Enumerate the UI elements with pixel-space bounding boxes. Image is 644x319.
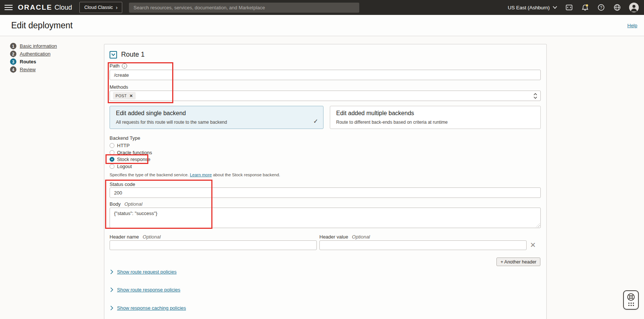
cloud-classic-button[interactable]: Cloud Classic › <box>79 2 122 13</box>
body-textarea[interactable]: {"status": "success"} <box>110 208 541 228</box>
region-label: US East (Ashburn) <box>508 5 550 10</box>
backend-type-label: Backend Type <box>110 135 140 141</box>
user-avatar[interactable] <box>629 3 639 12</box>
menu-icon[interactable] <box>4 5 13 10</box>
topbar-actions: US East (Ashburn) ? <box>508 3 644 12</box>
optional-tag: Optional <box>143 234 161 240</box>
step-number: 1 <box>10 43 16 49</box>
cloud-shell-icon[interactable] <box>565 3 573 12</box>
language-globe-icon[interactable] <box>613 3 621 12</box>
checkmark-icon: ✓ <box>313 118 318 125</box>
drag-dots-icon <box>628 303 634 306</box>
radio-selected-icon[interactable] <box>110 157 114 162</box>
step-label: Routes <box>20 59 36 64</box>
route-request-policies-toggle[interactable]: Show route request policies <box>110 269 177 275</box>
card-subtitle: Route to different back-ends based on cr… <box>336 120 534 125</box>
response-caching-policies-toggle[interactable]: Show response caching policies <box>110 305 186 311</box>
radio-http[interactable]: HTTP <box>110 142 130 148</box>
learn-more-link[interactable]: Learn more <box>190 173 212 177</box>
step-number: 2 <box>10 51 16 57</box>
region-selector[interactable]: US East (Ashburn) <box>508 5 557 10</box>
step-authentication[interactable]: 2 Authentication <box>10 51 50 57</box>
brand-cloud: Cloud <box>54 4 72 12</box>
notifications-bell-icon[interactable] <box>581 3 589 12</box>
backend-type-help-text: Specifies the type of the backend servic… <box>110 173 280 177</box>
cloud-classic-label: Cloud Classic <box>84 5 113 10</box>
step-review[interactable]: 4 Review <box>10 66 36 73</box>
step-label[interactable]: Basic information <box>20 43 57 49</box>
route-header: Route 1 <box>110 51 145 59</box>
status-code-input[interactable] <box>110 187 541 198</box>
step-number: 4 <box>10 66 16 73</box>
select-spinner-icon[interactable] <box>533 93 537 99</box>
chevron-right-icon: › <box>116 5 118 10</box>
radio-icon[interactable] <box>110 150 114 155</box>
collapse-route-checkbox[interactable] <box>110 51 117 59</box>
page-title-bar: Edit deployment Help <box>0 15 644 36</box>
header-value-label: Header value Optional <box>319 234 370 240</box>
card-subtitle: All requests for this route will route t… <box>116 120 317 125</box>
page-title: Edit deployment <box>11 20 73 31</box>
method-chip-label: POST <box>116 94 127 98</box>
status-code-label: Status code <box>110 181 135 187</box>
help-question-icon[interactable]: ? <box>597 3 605 12</box>
card-title: Edit added multiple backends <box>336 110 534 117</box>
search-input[interactable] <box>129 3 359 13</box>
method-chip-post: POST ✕ <box>113 92 136 100</box>
oracle-cloud-logo: ORACLE Cloud <box>18 3 72 12</box>
step-basic-information[interactable]: 1 Basic information <box>10 43 57 49</box>
header-value-input[interactable] <box>319 240 527 250</box>
card-title: Edit added single backend <box>116 110 317 117</box>
header-name-label: Header name Optional <box>110 234 161 240</box>
step-label[interactable]: Review <box>20 67 36 72</box>
route-panel: Route 1 Path i Methods POST ✕ Edit added… <box>104 44 547 319</box>
radio-logout[interactable]: Logout <box>110 163 132 169</box>
floating-help-widget[interactable] <box>623 290 639 310</box>
chevron-right-icon <box>110 269 113 274</box>
brand-oracle: ORACLE <box>18 3 52 12</box>
methods-select[interactable]: POST ✕ <box>110 91 541 101</box>
route-title: Route 1 <box>121 51 145 59</box>
svg-text:?: ? <box>600 6 602 10</box>
single-backend-card[interactable]: Edit added single backend All requests f… <box>110 106 323 129</box>
chevron-down-icon <box>111 53 116 56</box>
step-label[interactable]: Authentication <box>20 51 50 57</box>
multiple-backends-card[interactable]: Edit added multiple backends Route to di… <box>330 106 541 129</box>
radio-oracle-functions[interactable]: Oracle functions <box>110 149 152 155</box>
header-name-input[interactable] <box>110 240 317 250</box>
methods-label: Methods <box>110 84 128 90</box>
radio-stock-response[interactable]: Stock response <box>110 156 151 162</box>
step-routes: 3 Routes <box>10 59 36 65</box>
chevron-down-icon <box>553 6 557 9</box>
remove-method-icon[interactable]: ✕ <box>129 94 133 98</box>
remove-header-icon[interactable]: ✕ <box>530 241 536 249</box>
lifebuoy-icon <box>626 293 635 301</box>
body-label: Body Optional <box>110 201 142 207</box>
optional-tag: Optional <box>124 201 142 207</box>
policy-link[interactable]: Show route request policies <box>117 269 177 275</box>
path-input[interactable] <box>110 70 541 80</box>
radio-icon[interactable] <box>110 143 114 148</box>
another-header-button[interactable]: + Another header <box>496 258 540 266</box>
route-response-policies-toggle[interactable]: Show route response policies <box>110 287 180 293</box>
path-label: Path i <box>110 63 127 69</box>
info-icon[interactable]: i <box>122 63 127 69</box>
chevron-right-icon <box>110 287 113 292</box>
policy-link[interactable]: Show response caching policies <box>117 305 186 311</box>
step-number: 3 <box>10 59 16 65</box>
chevron-right-icon <box>110 306 113 310</box>
help-link[interactable]: Help <box>627 23 637 28</box>
top-navigation-bar: ORACLE Cloud Cloud Classic › US East (As… <box>0 0 644 15</box>
optional-tag: Optional <box>352 234 370 240</box>
policy-link[interactable]: Show route response policies <box>117 287 180 293</box>
radio-icon[interactable] <box>110 164 114 169</box>
